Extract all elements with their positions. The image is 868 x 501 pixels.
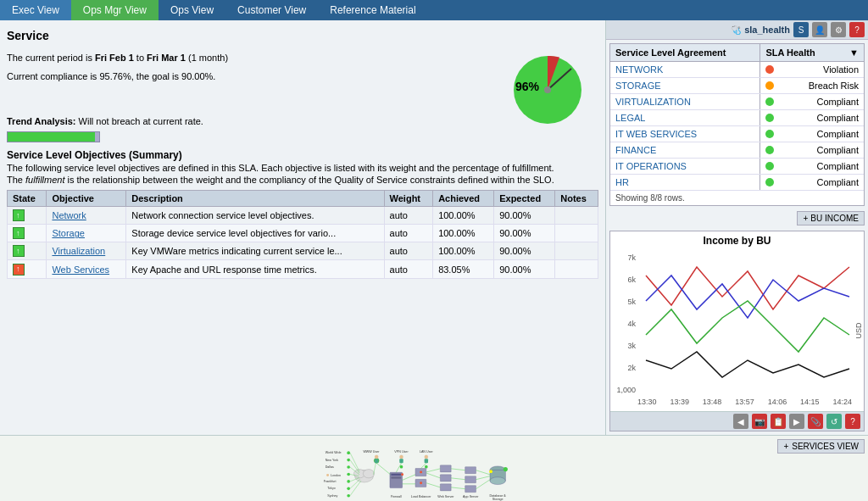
loc-dot-worldwide (347, 451, 350, 454)
table-row: ↑ Web Services Key Apache and URL respon… (8, 260, 598, 278)
pie-percent-label: 96% (515, 80, 539, 93)
slo-objective-link[interactable]: Web Services (52, 264, 109, 275)
sla-toolbar-icon4[interactable]: ? (849, 22, 865, 37)
nav-customer-view[interactable]: Customer View (225, 0, 318, 20)
x-label-2: 13:48 (703, 398, 722, 406)
x-label-0: 13:30 (637, 398, 657, 406)
chart-icon3[interactable]: 📎 (808, 414, 823, 429)
sla-row[interactable]: NETWORK Violation (610, 62, 864, 78)
progress-bar-outer (7, 131, 100, 142)
label-load-balancer: Load Balancer (411, 495, 431, 498)
nav-ops-view[interactable]: Ops View (159, 0, 225, 20)
nav-exec-view[interactable]: Exec View (0, 0, 71, 20)
slo-fulfillment-italic: fulfillment (25, 175, 64, 185)
line-red (646, 267, 849, 309)
sla-row[interactable]: IT WEB SERVICES Compliant (610, 126, 864, 142)
income-chart-body-wrap: 7k 6k 5k 4k 3k 2k 1,000 (610, 250, 864, 411)
chart-icon4[interactable]: ↺ (826, 414, 842, 429)
income-chart-title: Income by BU (610, 231, 864, 250)
firewall-dot-red (401, 473, 403, 476)
sla-toolbar-icon3[interactable]: ⚙ (831, 22, 846, 37)
ws-box3 (440, 484, 451, 491)
chart-prev-button[interactable]: ◀ (733, 414, 748, 429)
sla-col1-header: Service Level Agreement (610, 44, 760, 61)
period-line1: The current period is Fri Feb 1 to Fri M… (7, 51, 505, 66)
sla-cell-name: HR (610, 175, 760, 190)
loc-dot-sydney (347, 494, 350, 498)
slo-expected-cell: 90.00% (494, 242, 555, 260)
x-label-1: 13:39 (670, 398, 689, 406)
loc-dot-london (347, 473, 350, 476)
y-label-2: 5k (627, 298, 636, 306)
slo-notes-cell (555, 207, 598, 225)
chart-icon2[interactable]: 📋 (771, 414, 786, 429)
content-area: Service The current period is Fri Feb 1 … (0, 20, 868, 435)
slo-desc2-rest: is the relationship between the weight a… (64, 175, 554, 185)
slo-table: State Objective Description Weight Achie… (7, 190, 598, 278)
label-firewall: Firewall (391, 495, 402, 498)
y-label-3: 4k (627, 320, 636, 328)
sla-row[interactable]: FINANCE Compliant (610, 142, 864, 159)
bu-income-button[interactable]: + BU INCOME (797, 211, 865, 225)
chart-y-labels: 7k 6k 5k 4k 3k 2k 1,000 (610, 250, 637, 411)
sla-col2-header: SLA Health ▼ (760, 44, 864, 61)
table-row: ↑ Virtualization Key VMWare metrics indi… (8, 242, 598, 260)
slo-weight-cell: auto (384, 225, 433, 242)
sla-health-label: sla_health (744, 25, 790, 35)
slo-description-cell: Key VMWare metrics indicating current se… (126, 242, 384, 260)
chart-icon5[interactable]: ? (845, 414, 860, 429)
sla-row[interactable]: IT OPERATIONS Compliant (610, 159, 864, 175)
sla-toolbar-icon2[interactable]: 👤 (812, 22, 827, 37)
as-box3 (465, 486, 476, 493)
slo-objective-cell[interactable]: Virtualization (47, 242, 126, 260)
line-black (646, 352, 849, 377)
main-container: Service The current period is Fri Feb 1 … (0, 20, 868, 501)
slo-objective-cell[interactable]: Web Services (47, 260, 126, 278)
sla-col2-dropdown[interactable]: ▼ (849, 47, 859, 58)
slo-notes-cell (555, 260, 598, 278)
chart-icon1[interactable]: 📷 (752, 414, 767, 429)
slo-achieved-cell: 83.05% (433, 260, 494, 278)
slo-col-objective: Objective (47, 191, 126, 207)
slo-weight-cell: auto (384, 242, 433, 260)
slo-objective-cell[interactable]: Storage (47, 225, 126, 242)
www-user-head (375, 455, 378, 459)
period-to-text: to (134, 53, 147, 63)
chart-x-labels: 13:30 13:39 13:48 13:57 14:06 14:15 14:2… (637, 396, 852, 408)
slo-objective-link[interactable]: Network (52, 210, 86, 220)
db-bottom (490, 477, 505, 485)
label-web-server: Web Server (437, 495, 454, 498)
vpn-user-body (399, 459, 403, 463)
sla-row[interactable]: STORAGE Breach Risk (610, 78, 864, 94)
slo-col-achieved: Achieved (433, 191, 494, 207)
lan-user-head (425, 455, 428, 459)
label-app-server: App Server (463, 495, 479, 498)
slo-expected-cell: 90.00% (494, 207, 555, 225)
chart-next-button[interactable]: ▶ (789, 414, 804, 429)
l-as-db2 (476, 476, 491, 480)
cloud-shape3 (363, 470, 374, 478)
sla-row[interactable]: LEGAL Compliant (610, 110, 864, 126)
line-cloud-www (374, 463, 376, 475)
sla-row[interactable]: VIRTUALIZATION Compliant (610, 94, 864, 110)
sla-top-bar: 🩺 sla_health S 👤 ⚙ ? (606, 20, 868, 40)
overview-row: The current period is Fri Feb 1 to Fri M… (7, 47, 598, 146)
slo-objective-link[interactable]: Virtualization (52, 246, 105, 256)
lan-dot-green (425, 465, 428, 469)
loc-dot-dallas (347, 465, 350, 469)
slo-objective-link[interactable]: Storage (52, 228, 85, 238)
l-lb-ws2 (426, 473, 440, 478)
sla-row[interactable]: HR Compliant (610, 175, 864, 191)
chart-canvas-area: 13:30 13:39 13:48 13:57 14:06 14:15 14:2… (637, 250, 852, 411)
loc-dot-newyork (347, 459, 350, 462)
label-london: London (331, 474, 341, 477)
nav-reference-material[interactable]: Reference Material (318, 0, 427, 20)
slo-notes-cell (555, 225, 598, 242)
top-nav: Exec View Ops Mgr View Ops View Customer… (0, 0, 868, 20)
l-fw-lb1 (403, 475, 415, 481)
sla-toolbar-icon1[interactable]: S (793, 22, 809, 37)
label-dallas: Dallas (326, 465, 334, 469)
ws-box2 (440, 475, 451, 482)
nav-ops-mgr-view[interactable]: Ops Mgr View (71, 0, 159, 20)
slo-objective-cell[interactable]: Network (47, 207, 126, 225)
